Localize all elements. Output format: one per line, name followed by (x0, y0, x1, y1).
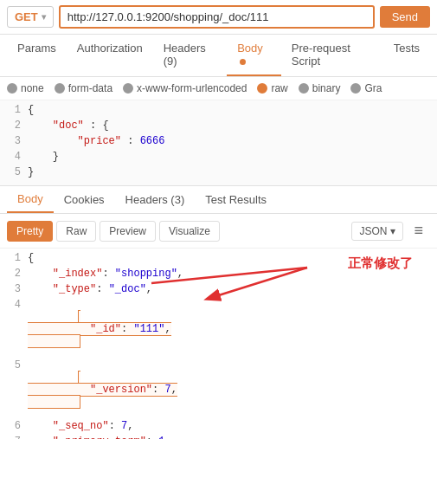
req-line-3: 3 "price" : 6666 (0, 135, 437, 151)
response-area: 正常修改了 1 { 2 "_index": "shopping", 3 "_ty… (0, 249, 437, 439)
resp-tab-headers[interactable]: Headers (3) (115, 187, 196, 212)
method-label: GET (15, 10, 38, 23)
radio-raw (257, 83, 267, 94)
resp-line-6: 6 "_seq_no": 7, (0, 420, 437, 436)
resp-line-3: 3 "_type": "_doc", (0, 283, 437, 299)
method-select[interactable]: GET ▾ (7, 6, 54, 28)
resp-line-1: 1 { (0, 252, 437, 268)
resp-tab-cookies[interactable]: Cookies (54, 187, 115, 212)
request-code-editor[interactable]: 1 { 2 "doc" : { 3 "price" : 6666 4 } 5 } (0, 100, 437, 186)
view-raw-button[interactable]: Raw (56, 221, 96, 242)
wrap-button[interactable]: ≡ (407, 218, 430, 243)
option-none[interactable]: none (7, 82, 44, 94)
view-options: Pretty Raw Preview Visualize JSON ▾ ≡ (0, 214, 437, 249)
body-dot (240, 59, 246, 65)
tab-authorization[interactable]: Authorization (67, 35, 153, 76)
response-tabs-bar: Body Cookies Headers (3) Test Results (0, 186, 437, 214)
req-line-1: 1 { (0, 104, 437, 120)
tab-headers[interactable]: Headers (9) (153, 35, 227, 76)
url-input[interactable] (59, 5, 375, 29)
req-line-2: 2 "doc" : { (0, 120, 437, 135)
option-binary[interactable]: binary (299, 82, 341, 94)
req-line-5: 5 } (0, 166, 437, 182)
view-preview-button[interactable]: Preview (100, 221, 156, 242)
option-formdata[interactable]: form-data (55, 82, 112, 94)
nav-tabs: Params Authorization Headers (9) Body Pr… (0, 35, 437, 77)
radio-formdata (55, 83, 65, 94)
tab-tests[interactable]: Tests (383, 35, 430, 76)
req-line-4: 4 } (0, 151, 437, 166)
body-options: none form-data x-www-form-urlencoded raw… (0, 77, 437, 100)
option-gra[interactable]: Gra (350, 82, 382, 94)
resp-tab-testresults[interactable]: Test Results (195, 187, 277, 212)
chevron-down-icon: ▾ (42, 12, 46, 22)
top-bar: GET ▾ Send (0, 0, 437, 35)
send-button[interactable]: Send (380, 6, 430, 28)
resp-line-2: 2 "_index": "shopping", (0, 268, 437, 283)
format-select[interactable]: JSON ▾ (351, 222, 403, 241)
radio-none (7, 83, 17, 94)
resp-line-5: 5 "_version": 7, (0, 359, 437, 420)
view-pretty-button[interactable]: Pretty (7, 221, 53, 242)
option-urlencoded[interactable]: x-www-form-urlencoded (123, 82, 247, 94)
radio-gra (350, 83, 361, 94)
radio-binary (299, 83, 309, 94)
tab-body[interactable]: Body (227, 35, 281, 76)
resp-line-7: 7 "_primary_term": 1, (0, 436, 437, 439)
resp-line-4: 4 "_id": "111", (0, 299, 437, 359)
radio-urlencoded (123, 83, 133, 94)
view-visualize-button[interactable]: Visualize (159, 221, 220, 242)
tab-params[interactable]: Params (7, 35, 67, 76)
resp-tab-body[interactable]: Body (7, 186, 54, 213)
response-code-editor: 1 { 2 "_index": "shopping", 3 "_type": "… (0, 249, 437, 439)
tab-prerequest[interactable]: Pre-request Script (281, 35, 383, 76)
option-raw[interactable]: raw (257, 82, 287, 94)
